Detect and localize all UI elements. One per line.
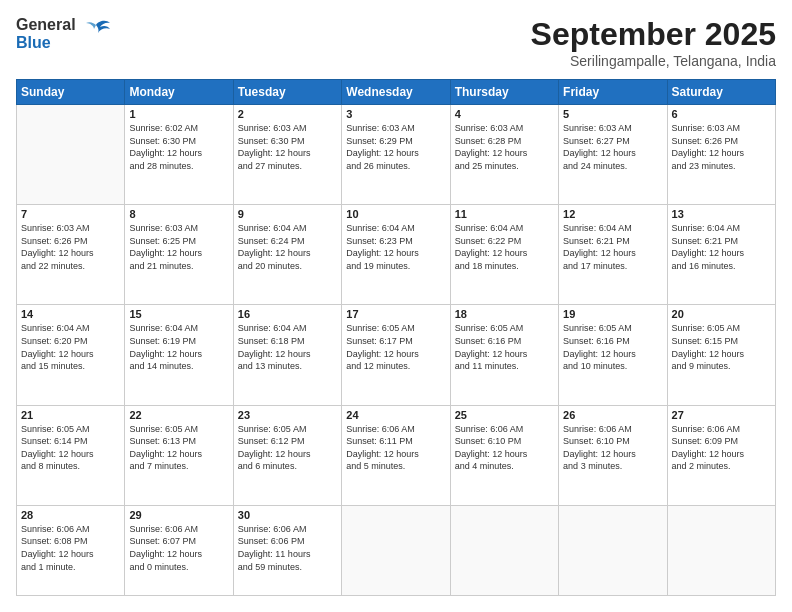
col-sunday: Sunday bbox=[17, 80, 125, 105]
table-row: 28Sunrise: 6:06 AM Sunset: 6:08 PM Dayli… bbox=[17, 505, 125, 595]
day-number: 30 bbox=[238, 509, 337, 521]
day-number: 23 bbox=[238, 409, 337, 421]
table-row: 27Sunrise: 6:06 AM Sunset: 6:09 PM Dayli… bbox=[667, 405, 775, 505]
table-row: 2Sunrise: 6:03 AM Sunset: 6:30 PM Daylig… bbox=[233, 105, 341, 205]
day-number: 12 bbox=[563, 208, 662, 220]
day-number: 28 bbox=[21, 509, 120, 521]
month-title: September 2025 bbox=[531, 16, 776, 53]
table-row: 21Sunrise: 6:05 AM Sunset: 6:14 PM Dayli… bbox=[17, 405, 125, 505]
day-number: 20 bbox=[672, 308, 771, 320]
table-row: 9Sunrise: 6:04 AM Sunset: 6:24 PM Daylig… bbox=[233, 205, 341, 305]
day-info: Sunrise: 6:06 AM Sunset: 6:07 PM Dayligh… bbox=[129, 523, 228, 573]
table-row bbox=[667, 505, 775, 595]
day-number: 14 bbox=[21, 308, 120, 320]
day-info: Sunrise: 6:04 AM Sunset: 6:19 PM Dayligh… bbox=[129, 322, 228, 372]
col-saturday: Saturday bbox=[667, 80, 775, 105]
table-row: 14Sunrise: 6:04 AM Sunset: 6:20 PM Dayli… bbox=[17, 305, 125, 405]
day-info: Sunrise: 6:06 AM Sunset: 6:11 PM Dayligh… bbox=[346, 423, 445, 473]
day-info: Sunrise: 6:04 AM Sunset: 6:24 PM Dayligh… bbox=[238, 222, 337, 272]
day-info: Sunrise: 6:04 AM Sunset: 6:22 PM Dayligh… bbox=[455, 222, 554, 272]
table-row bbox=[17, 105, 125, 205]
day-number: 11 bbox=[455, 208, 554, 220]
table-row bbox=[450, 505, 558, 595]
day-number: 6 bbox=[672, 108, 771, 120]
day-info: Sunrise: 6:03 AM Sunset: 6:28 PM Dayligh… bbox=[455, 122, 554, 172]
day-info: Sunrise: 6:04 AM Sunset: 6:18 PM Dayligh… bbox=[238, 322, 337, 372]
logo: General Blue bbox=[16, 16, 112, 51]
logo-bird-icon bbox=[80, 17, 112, 47]
day-info: Sunrise: 6:05 AM Sunset: 6:16 PM Dayligh… bbox=[455, 322, 554, 372]
table-row: 16Sunrise: 6:04 AM Sunset: 6:18 PM Dayli… bbox=[233, 305, 341, 405]
day-number: 8 bbox=[129, 208, 228, 220]
day-number: 15 bbox=[129, 308, 228, 320]
day-number: 1 bbox=[129, 108, 228, 120]
table-row: 15Sunrise: 6:04 AM Sunset: 6:19 PM Dayli… bbox=[125, 305, 233, 405]
day-number: 29 bbox=[129, 509, 228, 521]
day-number: 21 bbox=[21, 409, 120, 421]
day-info: Sunrise: 6:06 AM Sunset: 6:10 PM Dayligh… bbox=[455, 423, 554, 473]
day-info: Sunrise: 6:05 AM Sunset: 6:13 PM Dayligh… bbox=[129, 423, 228, 473]
day-number: 18 bbox=[455, 308, 554, 320]
table-row: 20Sunrise: 6:05 AM Sunset: 6:15 PM Dayli… bbox=[667, 305, 775, 405]
day-info: Sunrise: 6:06 AM Sunset: 6:08 PM Dayligh… bbox=[21, 523, 120, 573]
calendar-header-row: Sunday Monday Tuesday Wednesday Thursday… bbox=[17, 80, 776, 105]
table-row: 10Sunrise: 6:04 AM Sunset: 6:23 PM Dayli… bbox=[342, 205, 450, 305]
col-wednesday: Wednesday bbox=[342, 80, 450, 105]
table-row: 5Sunrise: 6:03 AM Sunset: 6:27 PM Daylig… bbox=[559, 105, 667, 205]
day-info: Sunrise: 6:04 AM Sunset: 6:21 PM Dayligh… bbox=[672, 222, 771, 272]
day-info: Sunrise: 6:04 AM Sunset: 6:21 PM Dayligh… bbox=[563, 222, 662, 272]
day-info: Sunrise: 6:05 AM Sunset: 6:16 PM Dayligh… bbox=[563, 322, 662, 372]
page: General Blue September 2025 Serilingampa… bbox=[0, 0, 792, 612]
day-number: 19 bbox=[563, 308, 662, 320]
day-info: Sunrise: 6:05 AM Sunset: 6:14 PM Dayligh… bbox=[21, 423, 120, 473]
day-info: Sunrise: 6:04 AM Sunset: 6:20 PM Dayligh… bbox=[21, 322, 120, 372]
day-number: 7 bbox=[21, 208, 120, 220]
day-number: 3 bbox=[346, 108, 445, 120]
table-row: 6Sunrise: 6:03 AM Sunset: 6:26 PM Daylig… bbox=[667, 105, 775, 205]
day-info: Sunrise: 6:02 AM Sunset: 6:30 PM Dayligh… bbox=[129, 122, 228, 172]
day-number: 25 bbox=[455, 409, 554, 421]
day-number: 24 bbox=[346, 409, 445, 421]
location: Serilingampalle, Telangana, India bbox=[531, 53, 776, 69]
logo-line1: General bbox=[16, 16, 76, 34]
day-info: Sunrise: 6:06 AM Sunset: 6:09 PM Dayligh… bbox=[672, 423, 771, 473]
day-number: 10 bbox=[346, 208, 445, 220]
table-row: 18Sunrise: 6:05 AM Sunset: 6:16 PM Dayli… bbox=[450, 305, 558, 405]
day-number: 26 bbox=[563, 409, 662, 421]
table-row: 22Sunrise: 6:05 AM Sunset: 6:13 PM Dayli… bbox=[125, 405, 233, 505]
table-row: 3Sunrise: 6:03 AM Sunset: 6:29 PM Daylig… bbox=[342, 105, 450, 205]
col-friday: Friday bbox=[559, 80, 667, 105]
day-info: Sunrise: 6:06 AM Sunset: 6:06 PM Dayligh… bbox=[238, 523, 337, 573]
calendar: Sunday Monday Tuesday Wednesday Thursday… bbox=[16, 79, 776, 596]
day-info: Sunrise: 6:03 AM Sunset: 6:25 PM Dayligh… bbox=[129, 222, 228, 272]
table-row: 25Sunrise: 6:06 AM Sunset: 6:10 PM Dayli… bbox=[450, 405, 558, 505]
day-info: Sunrise: 6:03 AM Sunset: 6:27 PM Dayligh… bbox=[563, 122, 662, 172]
logo-line2: Blue bbox=[16, 34, 76, 52]
day-number: 5 bbox=[563, 108, 662, 120]
day-info: Sunrise: 6:03 AM Sunset: 6:30 PM Dayligh… bbox=[238, 122, 337, 172]
table-row bbox=[559, 505, 667, 595]
table-row: 12Sunrise: 6:04 AM Sunset: 6:21 PM Dayli… bbox=[559, 205, 667, 305]
day-number: 13 bbox=[672, 208, 771, 220]
day-number: 2 bbox=[238, 108, 337, 120]
day-number: 17 bbox=[346, 308, 445, 320]
day-info: Sunrise: 6:04 AM Sunset: 6:23 PM Dayligh… bbox=[346, 222, 445, 272]
header: General Blue September 2025 Serilingampa… bbox=[16, 16, 776, 69]
table-row: 24Sunrise: 6:06 AM Sunset: 6:11 PM Dayli… bbox=[342, 405, 450, 505]
table-row: 11Sunrise: 6:04 AM Sunset: 6:22 PM Dayli… bbox=[450, 205, 558, 305]
col-monday: Monday bbox=[125, 80, 233, 105]
table-row: 26Sunrise: 6:06 AM Sunset: 6:10 PM Dayli… bbox=[559, 405, 667, 505]
table-row: 23Sunrise: 6:05 AM Sunset: 6:12 PM Dayli… bbox=[233, 405, 341, 505]
day-number: 27 bbox=[672, 409, 771, 421]
table-row: 29Sunrise: 6:06 AM Sunset: 6:07 PM Dayli… bbox=[125, 505, 233, 595]
table-row: 8Sunrise: 6:03 AM Sunset: 6:25 PM Daylig… bbox=[125, 205, 233, 305]
table-row bbox=[342, 505, 450, 595]
col-thursday: Thursday bbox=[450, 80, 558, 105]
day-info: Sunrise: 6:05 AM Sunset: 6:12 PM Dayligh… bbox=[238, 423, 337, 473]
day-info: Sunrise: 6:06 AM Sunset: 6:10 PM Dayligh… bbox=[563, 423, 662, 473]
title-section: September 2025 Serilingampalle, Telangan… bbox=[531, 16, 776, 69]
day-number: 16 bbox=[238, 308, 337, 320]
day-info: Sunrise: 6:03 AM Sunset: 6:29 PM Dayligh… bbox=[346, 122, 445, 172]
day-number: 22 bbox=[129, 409, 228, 421]
table-row: 13Sunrise: 6:04 AM Sunset: 6:21 PM Dayli… bbox=[667, 205, 775, 305]
